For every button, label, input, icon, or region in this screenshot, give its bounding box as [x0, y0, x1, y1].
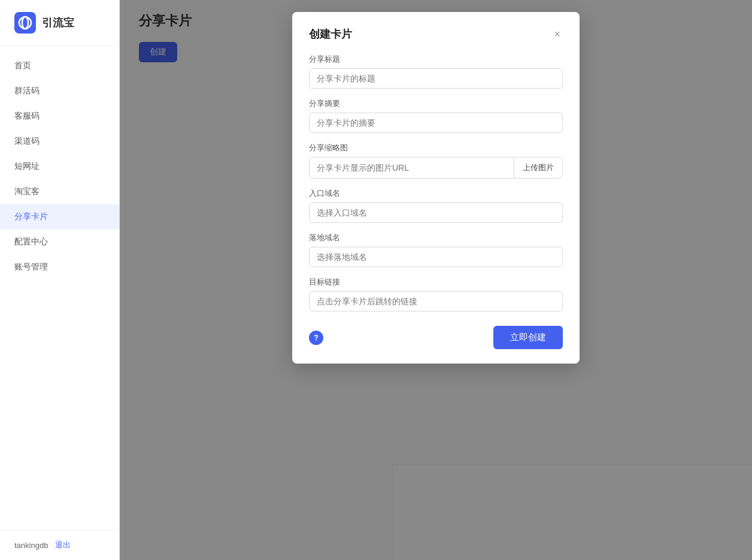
modal-close-button[interactable]: × [551, 26, 563, 42]
sidebar-item-short-url-label: 短网址 [14, 161, 40, 172]
target-link-input[interactable] [309, 291, 563, 311]
sidebar-item-taobao[interactable]: 淘宝客 [0, 179, 119, 204]
sidebar-item-config[interactable]: 配置中心 [0, 229, 119, 255]
entry-domain-input[interactable] [309, 202, 563, 223]
app-name: 引流宝 [42, 16, 74, 30]
sidebar-item-channel-code-label: 渠道码 [14, 136, 40, 147]
logout-button[interactable]: 退出 [55, 540, 71, 550]
sidebar-item-home-label: 首页 [14, 60, 31, 71]
share-thumbnail-label: 分享缩略图 [309, 143, 563, 153]
landing-domain-input[interactable] [309, 247, 563, 267]
share-title-input[interactable] [309, 68, 563, 89]
share-summary-label: 分享摘要 [309, 98, 563, 109]
share-thumbnail-input[interactable] [309, 157, 514, 178]
sidebar-nav: 首页 群活码 客服码 渠道码 短网址 淘宝客 分享卡片 配置中心 账号管理 [0, 46, 119, 529]
svg-rect-0 [14, 12, 36, 34]
sidebar-footer: tankingdb 退出 [0, 529, 119, 560]
modal-footer: ? 立即创建 [309, 326, 563, 349]
sidebar-item-customer-code[interactable]: 客服码 [0, 104, 119, 129]
thumbnail-input-group: 上传图片 [309, 157, 563, 178]
sidebar-item-config-label: 配置中心 [14, 237, 48, 247]
sidebar-item-customer-code-label: 客服码 [14, 111, 40, 122]
main-content: 分享卡片 创建 创建卡片 × 分享标题 分享摘要 分享缩略图 [120, 0, 752, 560]
upload-image-button[interactable]: 上传图片 [514, 157, 563, 178]
modal-header: 创建卡片 × [309, 26, 563, 42]
entry-domain-label: 入口域名 [309, 188, 563, 199]
sidebar-item-group-code-label: 群活码 [14, 86, 40, 96]
landing-domain-label: 落地域名 [309, 232, 563, 243]
username: tankingdb [14, 541, 48, 550]
sidebar: 引流宝 首页 群活码 客服码 渠道码 短网址 淘宝客 分享卡片 配置中心 账号管… [0, 0, 120, 560]
modal-title: 创建卡片 [309, 27, 352, 41]
sidebar-item-taobao-label: 淘宝客 [14, 186, 40, 197]
submit-create-button[interactable]: 立即创建 [493, 326, 563, 349]
modal-overlay: 创建卡片 × 分享标题 分享摘要 分享缩略图 上传图片 [120, 0, 752, 560]
sidebar-item-account[interactable]: 账号管理 [0, 255, 119, 280]
help-icon[interactable]: ? [309, 331, 323, 345]
share-summary-input[interactable] [309, 113, 563, 133]
sidebar-item-home[interactable]: 首页 [0, 53, 119, 78]
target-link-label: 目标链接 [309, 277, 563, 287]
sidebar-item-channel-code[interactable]: 渠道码 [0, 129, 119, 154]
landing-domain-group: 落地域名 [309, 232, 563, 267]
sidebar-item-share-card-label: 分享卡片 [14, 211, 48, 222]
target-link-group: 目标链接 [309, 277, 563, 311]
sidebar-item-short-url[interactable]: 短网址 [0, 154, 119, 179]
app-logo-icon [14, 12, 36, 34]
sidebar-item-group-code[interactable]: 群活码 [0, 78, 119, 104]
sidebar-logo: 引流宝 [0, 0, 119, 46]
share-thumbnail-group: 分享缩略图 上传图片 [309, 143, 563, 178]
create-card-modal: 创建卡片 × 分享标题 分享摘要 分享缩略图 上传图片 [292, 12, 580, 364]
sidebar-item-share-card[interactable]: 分享卡片 [0, 204, 119, 229]
entry-domain-group: 入口域名 [309, 188, 563, 223]
sidebar-item-account-label: 账号管理 [14, 262, 48, 273]
share-summary-group: 分享摘要 [309, 98, 563, 133]
share-title-label: 分享标题 [309, 54, 563, 65]
share-title-group: 分享标题 [309, 54, 563, 89]
